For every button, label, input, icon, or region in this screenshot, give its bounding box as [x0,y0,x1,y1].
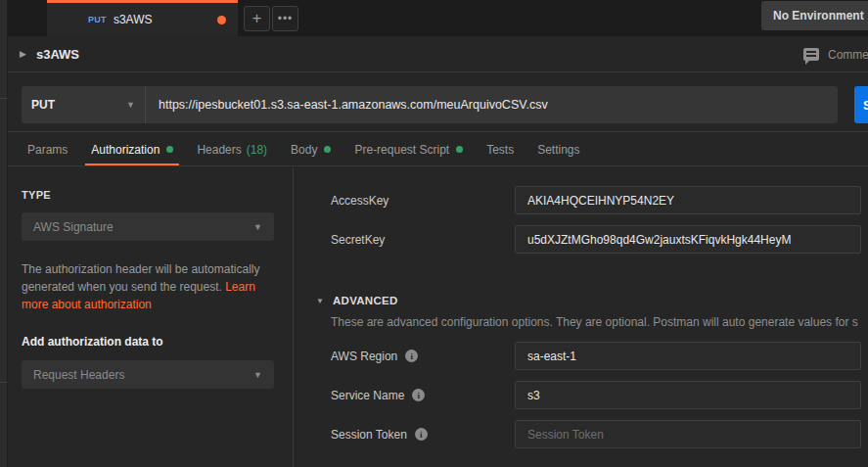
green-dot-icon [456,146,463,153]
method-value: PUT [31,98,55,112]
service-name-label: Service Name i [331,389,515,402]
label-text: Session Token [331,428,407,442]
secretkey-input[interactable] [515,225,861,254]
authorization-panel: TYPE AWS Signature ▼ The authorization h… [8,167,868,467]
secretkey-label: SecretKey [331,233,515,247]
method-dropdown[interactable]: PUT ▼ [22,86,146,123]
tab-title: s3AWS [114,13,153,26]
auth-type-dropdown[interactable]: AWS Signature ▼ [22,212,274,241]
tab-method-label: PUT [88,15,107,24]
url-bar-row: PUT ▼ https://ipesbucket01.s3.sa-east-1.… [8,73,868,132]
tab-tests[interactable]: Tests [475,133,525,165]
info-icon[interactable]: i [405,350,418,362]
add-auth-data-label: Add authorization data to [22,335,279,349]
plus-icon: + [252,9,262,28]
advanced-section-toggle[interactable]: ▼ ADVANCED [316,295,398,306]
request-tab[interactable]: PUT s3AWS [47,0,238,36]
chevron-down-icon: ▼ [316,297,324,305]
unsaved-dot-icon [217,16,226,24]
request-header-row: ▶ s3AWS Comment [8,36,868,72]
environment-label: No Environment [773,9,864,23]
sidebar-divider [0,98,8,99]
tab-options-button[interactable]: ••• [272,6,298,31]
info-icon[interactable]: i [415,428,428,441]
tab-headers[interactable]: Headers (18) [185,133,279,165]
service-name-input[interactable] [515,381,861,409]
send-label: Send [863,98,868,113]
green-dot-icon [166,146,173,153]
session-token-row: Session Token i [331,420,861,448]
session-token-label: Session Token i [331,428,515,442]
new-tab-button[interactable]: + [244,6,270,31]
accesskey-input[interactable] [515,186,861,214]
chevron-down-icon: ▼ [126,100,135,110]
aws-region-input[interactable] [515,342,861,370]
type-label: TYPE [22,189,279,201]
auth-type-value: AWS Signature [33,220,114,234]
label-text: AWS Region [331,350,397,363]
collapsed-sidebar-edge[interactable] [0,0,8,467]
environment-selector[interactable]: No Environment [761,1,868,30]
service-name-row: Service Name i [331,381,861,409]
tab-body[interactable]: Body [279,133,343,165]
aws-region-row: AWS Region i [331,342,861,370]
chevron-down-icon: ▼ [253,222,262,232]
green-dot-icon [324,146,331,153]
auth-fields-panel: AccessKey SecretKey ▼ ADVANCED These are… [295,167,868,467]
add-auth-data-dropdown[interactable]: Request Headers ▼ [22,360,274,389]
postman-window: PUT s3AWS + ••• No Environment ▶ s3AWS C… [0,0,868,467]
secretkey-row: SecretKey [331,225,861,254]
auth-type-panel: TYPE AWS Signature ▼ The authorization h… [8,167,294,467]
add-auth-data-value: Request Headers [33,368,124,382]
tab-label: Authorization [91,143,160,157]
tab-params[interactable]: Params [16,133,79,165]
tab-label: Settings [537,143,579,157]
caret-right-icon[interactable]: ▶ [20,49,26,59]
tab-label: Pre-request Script [354,143,449,157]
comments-button[interactable]: Comment [803,36,868,72]
request-tab-bar: PUT s3AWS + ••• No Environment [8,0,868,36]
tab-label: Params [27,143,68,157]
auth-description-text: The authorization header will be automat… [22,262,259,294]
tab-label: Tests [486,143,514,157]
label-text: Service Name [331,389,404,402]
advanced-description: These are advanced configuration options… [331,315,868,329]
accesskey-label: AccessKey [331,194,515,208]
comment-icon [803,48,819,61]
tab-settings[interactable]: Settings [525,133,591,165]
chevron-down-icon: ▼ [253,370,262,380]
request-section-tabs: Params Authorization Headers (18) Body P… [8,133,868,166]
sidebar-divider [0,382,8,383]
session-token-input[interactable] [515,420,861,448]
aws-region-label: AWS Region i [331,350,515,363]
accesskey-row: AccessKey [331,186,861,214]
advanced-title: ADVANCED [333,295,398,306]
info-icon[interactable]: i [412,389,425,401]
headers-count: (18) [247,143,267,157]
tab-pre-request-script[interactable]: Pre-request Script [343,133,475,165]
send-button[interactable]: Send [854,86,868,123]
auth-description: The authorization header will be automat… [22,260,268,313]
request-name: s3AWS [36,47,79,62]
url-input[interactable]: https://ipesbucket01.s3.sa-east-1.amazon… [146,98,838,112]
tab-label: Headers [197,143,241,157]
ellipsis-icon: ••• [278,12,294,25]
url-input-group: PUT ▼ https://ipesbucket01.s3.sa-east-1.… [22,86,838,123]
tab-authorization[interactable]: Authorization [79,133,185,165]
comments-label: Comment [828,48,868,62]
tab-label: Body [291,143,317,157]
